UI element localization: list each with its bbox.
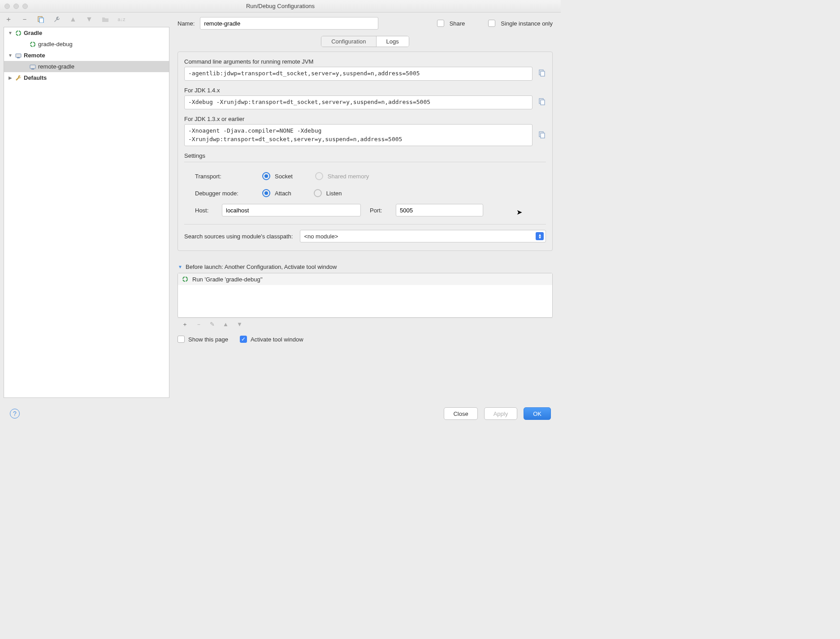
add-icon[interactable]: ＋ — [182, 320, 188, 328]
sort-az-icon[interactable]: a↓z — [117, 15, 126, 23]
mode-label: Debugger mode: — [195, 190, 262, 197]
module-select[interactable]: <no module> ▴▾ — [300, 230, 546, 242]
svg-rect-9 — [541, 71, 545, 76]
tree-label: Remote — [24, 52, 45, 59]
chevron-down-icon[interactable] — [8, 53, 13, 58]
tree-label: Defaults — [24, 74, 47, 81]
window-controls — [0, 4, 28, 9]
show-page-checkbox[interactable] — [178, 336, 185, 343]
remote-icon — [29, 63, 36, 70]
remove-icon[interactable]: － — [196, 320, 202, 328]
share-label: Share — [450, 20, 465, 27]
jdk13-field[interactable]: -Xnoagent -Djava.compiler=NONE -Xdebug -… — [184, 124, 533, 147]
tab-logs[interactable]: Logs — [376, 36, 409, 47]
transport-label: Transport: — [195, 173, 262, 180]
add-icon[interactable]: ＋ — [4, 15, 13, 23]
transport-shared-label: Shared memory — [328, 173, 369, 180]
sidebar-toolbar: ＋ － ▲ ▼ a↓z — [0, 13, 169, 26]
gradle-icon — [15, 30, 22, 37]
apply-button[interactable]: Apply — [484, 407, 518, 420]
dropdown-caret-icon: ▴▾ — [536, 232, 544, 240]
up-icon[interactable]: ▲ — [223, 321, 229, 328]
copy-icon[interactable] — [37, 15, 45, 23]
tab-label: Configuration — [331, 38, 366, 45]
mode-attach-label: Attach — [275, 190, 291, 197]
wrench-icon[interactable] — [53, 15, 61, 23]
copy-icon[interactable] — [538, 131, 546, 139]
svg-point-2 — [16, 31, 21, 35]
chevron-right-icon[interactable] — [8, 75, 13, 80]
help-icon[interactable]: ? — [10, 409, 20, 419]
activate-tool-window-checkbox[interactable] — [240, 336, 247, 343]
chevron-down-icon[interactable] — [8, 30, 13, 35]
host-port-row: Host: Port: — [184, 202, 546, 219]
host-label: Host: — [195, 207, 216, 214]
search-label: Search sources using module's classpath: — [184, 233, 293, 240]
mode-listen-radio[interactable] — [314, 189, 322, 197]
tree-node-gradle[interactable]: Gradle — [4, 27, 169, 39]
single-instance-label: Single instance only — [501, 20, 553, 27]
host-input[interactable] — [222, 204, 361, 216]
before-launch-item[interactable]: Run 'Gradle 'gradle-debug'' — [178, 273, 552, 285]
ok-button[interactable]: OK — [524, 407, 551, 420]
name-label: Name: — [178, 20, 195, 27]
zoom-window-icon[interactable] — [22, 4, 28, 9]
close-button[interactable]: Close — [444, 407, 477, 420]
wrench-icon — [15, 74, 22, 82]
edit-icon[interactable]: ✎ — [210, 321, 215, 328]
transport-shared-radio — [315, 172, 323, 180]
before-launch-header[interactable]: Before launch: Another Configuration, Ac… — [178, 263, 553, 270]
tree-node-defaults[interactable]: Defaults — [4, 72, 169, 83]
mode-attach-radio[interactable] — [262, 189, 270, 197]
folder-icon[interactable] — [101, 15, 109, 23]
tree-node-remote-gradle[interactable]: remote-gradle — [4, 61, 169, 72]
svg-rect-1 — [39, 18, 43, 23]
button-label: Close — [453, 410, 468, 417]
footer: ? Close Apply OK — [0, 401, 561, 426]
config-box: Command line arguments for running remot… — [178, 52, 553, 251]
before-launch-label: Before launch: Another Configuration, Ac… — [186, 263, 337, 270]
close-window-icon[interactable] — [4, 4, 10, 9]
show-page-label: Show this page — [188, 336, 228, 343]
tree-label: gradle-debug — [38, 41, 73, 47]
settings-label: Settings — [184, 152, 546, 159]
name-input[interactable] — [200, 17, 378, 30]
jdk13-label: For JDK 1.3.x or earlier — [184, 116, 546, 122]
down-icon[interactable]: ▼ — [85, 15, 93, 23]
before-launch-toolbar: ＋ － ✎ ▲ ▼ — [178, 318, 553, 330]
tree-node-remote[interactable]: Remote — [4, 50, 169, 61]
cmd-label: Command line arguments for running remot… — [184, 58, 546, 65]
name-row: Name: Share Single instance only — [178, 17, 553, 30]
module-select-value: <no module> — [304, 233, 338, 240]
before-launch-list[interactable]: Run 'Gradle 'gradle-debug'' — [178, 273, 553, 318]
remove-icon[interactable]: － — [21, 15, 29, 23]
search-row: Search sources using module's classpath:… — [184, 230, 546, 242]
mode-row: Debugger mode: Attach Listen — [184, 185, 546, 202]
transport-socket-radio[interactable] — [262, 172, 270, 180]
single-instance-checkbox[interactable] — [488, 20, 495, 27]
minimize-window-icon[interactable] — [13, 4, 19, 9]
settings-grid: Transport: Socket Shared memory Debugger… — [184, 168, 546, 219]
config-panel: Name: Share Single instance only Configu… — [169, 13, 561, 398]
share-checkbox[interactable] — [437, 20, 444, 27]
copy-icon[interactable] — [538, 98, 546, 106]
transport-socket-label: Socket — [275, 173, 293, 180]
tree-node-gradle-debug[interactable]: gradle-debug — [4, 39, 169, 50]
activate-tool-window-label: Activate tool window — [251, 336, 303, 343]
down-icon[interactable]: ▼ — [237, 321, 242, 328]
svg-rect-13 — [541, 133, 545, 138]
svg-rect-6 — [30, 65, 35, 69]
titlebar: Run/Debug Configurations — [0, 0, 561, 13]
jdk14-field[interactable]: -Xdebug -Xrunjdwp:transport=dt_socket,se… — [184, 95, 533, 109]
tab-configuration[interactable]: Configuration — [321, 36, 376, 47]
up-icon[interactable]: ▲ — [69, 15, 77, 23]
tree-label: Gradle — [24, 30, 42, 36]
svg-point-14 — [183, 277, 187, 281]
chevron-down-icon[interactable] — [178, 264, 183, 269]
cmd-field[interactable]: -agentlib:jdwp=transport=dt_socket,serve… — [184, 67, 533, 81]
port-input[interactable] — [396, 204, 483, 216]
transport-row: Transport: Socket Shared memory — [184, 168, 546, 185]
button-label: OK — [533, 410, 541, 417]
config-tree[interactable]: Gradle gradle-debug Remote remote-grad — [4, 27, 169, 398]
copy-icon[interactable] — [538, 69, 546, 78]
